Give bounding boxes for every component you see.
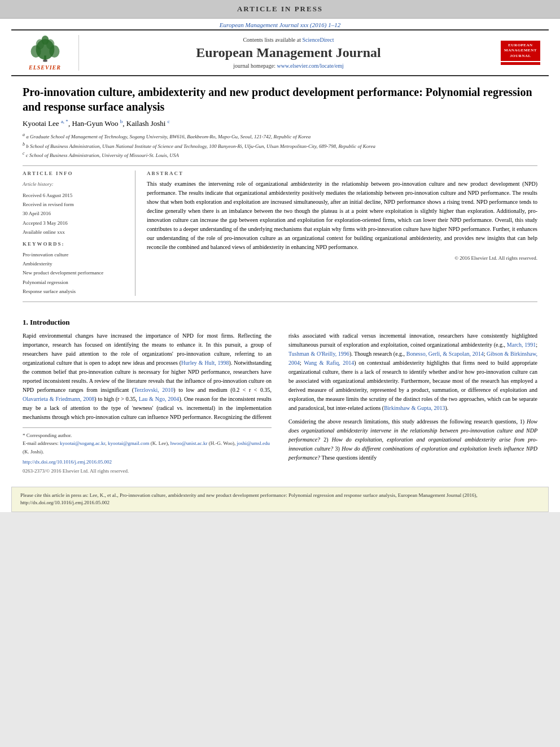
history-online: Available online xxx [23,229,65,235]
page-wrapper: ARTICLE IN PRESS European Management Jou… [0,0,560,512]
article-info-col: ARTICLE INFO Article history: Received 6… [23,171,135,296]
article-in-press-banner: ARTICLE IN PRESS [0,0,560,19]
section-1-title: 1. Introduction [23,318,537,327]
email-note: E-mail addresses: kyootai@sogang.ac.kr, … [23,439,272,456]
ref-hurley[interactable]: Hurley & Hult, 1998 [181,360,229,366]
history-revised-label: Received in revised form [23,202,74,207]
history-accepted: Accepted 3 May 2016 [23,220,68,226]
email-joshi[interactable]: joshi@umsl.edu [237,440,270,446]
email-woo[interactable]: hwoo@unist.ac.kr [170,440,208,446]
affiliations: a a Graduate School of Management of Tec… [23,132,537,160]
journal-title: European Management Journal [85,45,492,60]
journal-ref-text: European Management Journal xxx (2016) 1… [220,21,340,28]
abstract-text: This study examines the intervening role… [147,180,537,252]
body-content: 1. Introduction Rapid environmental chan… [0,312,560,481]
affiliation-c: c c School of Business Administration, U… [23,150,537,160]
keyword-4: Polynomial regression [23,278,126,287]
abstract-copyright: © 2016 Elsevier Ltd. All rights reserved… [147,255,537,261]
elsevier-label: ELSEVIER [29,64,61,71]
keywords-heading: Keywords: [23,241,126,247]
history-label: Article history: [23,180,126,189]
body-left-col: Rapid environmental changes have increas… [23,331,272,475]
elsevier-logo: ELSEVIER [17,35,79,71]
abstract-heading: ABSTRACT [147,171,537,176]
sciencedirect-link[interactable]: ScienceDirect [302,37,334,43]
divider-2 [23,302,537,302]
affiliation-a: a a Graduate School of Management of Tec… [23,132,537,141]
divider-1 [23,165,537,166]
journal-header: ELSEVIER Contents lists available at Sci… [11,29,549,76]
body-para-2: risks associated with radical versus inc… [288,331,537,413]
svg-point-6 [41,36,49,45]
affiliation-b: b b School of Business Administration, U… [23,141,537,151]
keyword-3: New product development performance [23,268,126,277]
keyword-1: Pro-innovation culture [23,250,126,259]
corresponding-note: * Corresponding author. [23,431,272,439]
article-title: Pro-innovation culture, ambidexterity an… [23,85,537,114]
doi-line[interactable]: http://dx.doi.org/10.1016/j.emj.2016.05.… [23,458,272,466]
contents-available: Contents lists available at ScienceDirec… [85,37,492,43]
article-info-abstract: ARTICLE INFO Article history: Received 6… [23,171,537,296]
ref-olavarrieta[interactable]: Olavarrieta & Friedmann, 2008 [23,396,94,402]
history-received: Received 6 August 2015 [23,193,72,198]
journal-logo-right: EUROPEANMANAGEMENTJOURNAL [498,41,543,64]
abstract-col: ABSTRACT This study examines the interve… [147,171,537,296]
ref-tushman[interactable]: Tushman & O'Reilly, 1996 [288,351,349,357]
elsevier-tree-icon [23,35,68,63]
citation-bar: Please cite this article in press as: Le… [11,487,549,512]
homepage-link[interactable]: www.elsevier.com/locate/emj [277,63,344,69]
journal-center: Contents lists available at ScienceDirec… [85,37,492,69]
ref-march[interactable]: March, 1991 [507,342,536,348]
body-two-col: Rapid environmental changes have increas… [23,331,537,475]
copyright-footer: 0263-2373/© 2016 Elsevier Ltd. All right… [23,467,272,475]
history-revised-date: 30 April 2016 [23,211,51,216]
ref-birkinshaw[interactable]: Birkinshaw & Gupta, 2013 [384,405,445,411]
email-lee-gmail[interactable]: kyootai@gmail.com [108,440,150,446]
article-history: Article history: Received 6 August 2015 … [23,180,126,237]
email-links: kyootai@sogang.ac.kr, kyootai@gmail.com … [23,440,270,454]
journal-ref-line: European Management Journal xxx (2016) 1… [0,19,560,29]
ref-bonesso[interactable]: Bonesso, Gerli, & Scapolan, 2014 [406,351,484,357]
author-1: Kyootai Lee a, * [23,119,68,128]
ref-lau[interactable]: Lau & Ngo, 2004 [139,396,180,402]
emj-logo-bottom [501,62,540,65]
body-para-3: Considering the above research limitatio… [288,417,537,462]
keywords-section: Keywords: Pro-innovation culture Ambidex… [23,241,126,296]
article-info-heading: ARTICLE INFO [23,171,126,176]
ref-wang[interactable]: Wang & Rafiq, 2014 [304,360,354,366]
keyword-5: Response surface analysis [23,287,126,296]
banner-text: ARTICLE IN PRESS [237,5,323,13]
footnote-section: * Corresponding author. E-mail addresses… [23,427,272,475]
authors-line: Kyootai Lee a, *, Han-Gyun Woo b, Kailas… [23,119,537,128]
keyword-2: Ambidexterity [23,259,126,268]
author-2: Han-Gyun Woo b [72,119,123,128]
email-lee[interactable]: kyootai@sogang.ac.kr [60,440,105,446]
body-para-1: Rapid environmental changes have increas… [23,331,272,422]
emj-logo-box: EUROPEANMANAGEMENTJOURNAL [501,41,540,60]
author-3: Kailash Joshi c [126,119,170,128]
citation-text: Please cite this article in press as: Le… [20,492,478,506]
journal-homepage-line: journal homepage: www.elsevier.com/locat… [85,63,492,69]
svg-rect-7 [43,60,47,62]
ref-terzlovski[interactable]: Terzlovski, 2010 [134,387,173,393]
article-content: Pro-innovation culture, ambidexterity an… [0,76,560,312]
body-right-col: risks associated with radical versus inc… [288,331,537,475]
